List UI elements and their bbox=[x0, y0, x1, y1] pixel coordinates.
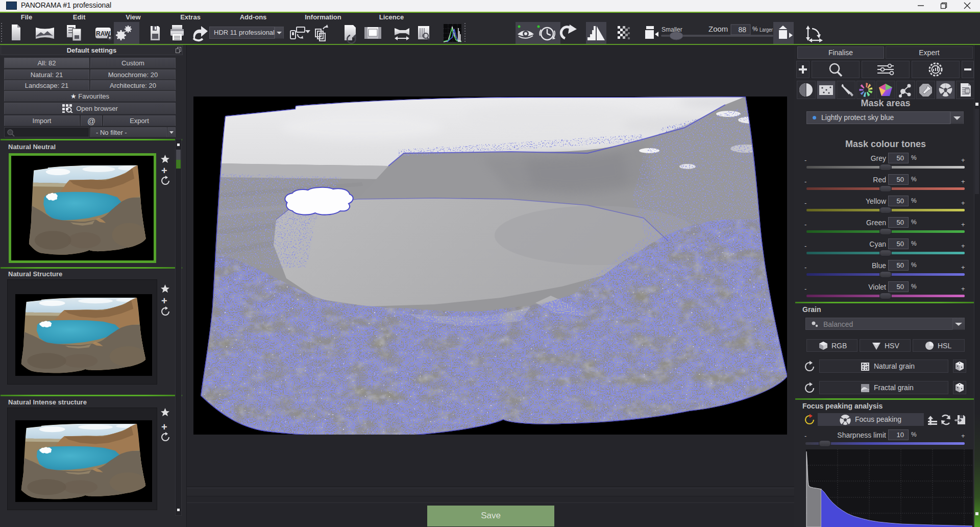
svg-text:Larger: Larger bbox=[760, 27, 773, 33]
svg-text:Zoom: Zoom bbox=[708, 25, 728, 33]
svg-text:%: % bbox=[752, 26, 758, 33]
svg-text:88: 88 bbox=[738, 26, 746, 34]
